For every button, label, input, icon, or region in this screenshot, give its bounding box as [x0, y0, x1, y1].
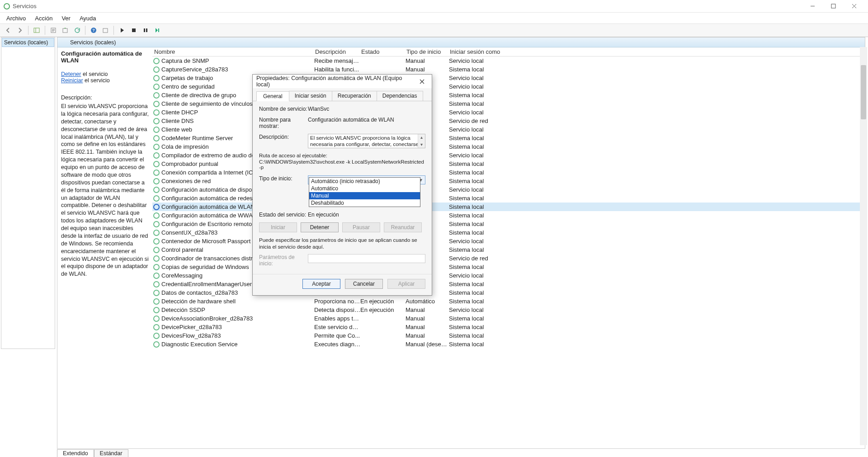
dialog-tab-general[interactable]: General: [256, 91, 289, 101]
service-icon: [153, 135, 160, 141]
cell-start: Manual: [406, 57, 449, 64]
restart-service-button[interactable]: [152, 25, 163, 36]
startup-type-dropdown[interactable]: Automático (inicio retrasado) Automático…: [309, 177, 420, 207]
details-actions: Detener el servicio Reiniciar el servici…: [61, 71, 149, 84]
toolbar-separator: [113, 26, 114, 35]
menubar: Archivo Acción Ver Ayuda: [0, 13, 868, 24]
list-scrollbar[interactable]: [860, 47, 867, 445]
svg-rect-0: [831, 4, 835, 8]
scroll-down-icon[interactable]: ▾: [418, 141, 425, 148]
svg-rect-6: [103, 28, 108, 33]
cell-desc: Recibe mensaje...: [314, 57, 360, 64]
tree-node-services-local[interactable]: Servicios (locales): [2, 38, 54, 47]
cell-logon: Servicio local: [449, 238, 517, 245]
cell-name: Diagnostic Execution Service: [161, 341, 314, 348]
dialog-titlebar[interactable]: Propiedades: Configuración automática de…: [253, 75, 432, 88]
cell-state: En ejecución: [360, 306, 406, 313]
service-row[interactable]: Detección SSDPDetecta disposit...En ejec…: [152, 306, 865, 314]
dialog-footer: Aceptar Cancelar Aplicar: [253, 274, 432, 295]
col-header-start[interactable]: Tipo de inicio: [406, 48, 450, 55]
service-icon: [153, 212, 160, 219]
cell-logon: Sistema local: [449, 221, 517, 227]
service-icon: [153, 161, 160, 167]
scrollbar-thumb[interactable]: [861, 65, 866, 119]
service-icon: [153, 58, 160, 64]
menu-ayuda[interactable]: Ayuda: [75, 14, 101, 23]
restart-link[interactable]: Reiniciar: [61, 77, 83, 84]
stop-link[interactable]: Detener: [61, 71, 81, 77]
scroll-up-icon[interactable]: ▴: [418, 134, 425, 141]
service-row[interactable]: DevicesFlow_d28a783Permite que Co...Manu…: [152, 331, 865, 340]
main-header-label: Servicios (locales): [70, 39, 116, 46]
service-icon: [153, 66, 160, 73]
col-header-desc[interactable]: Descripción: [315, 48, 361, 55]
pause-service-button[interactable]: [140, 25, 151, 36]
col-header-name[interactable]: Nombre: [152, 48, 315, 55]
service-icon: [153, 187, 160, 193]
cell-start: Manual: [406, 324, 449, 330]
cell-start: Automático: [406, 298, 449, 305]
nav-forward-button[interactable]: [14, 25, 25, 36]
properties-button[interactable]: [48, 25, 59, 36]
service-row[interactable]: Diagnostic Execution ServiceExecutes dia…: [152, 340, 865, 349]
refresh-button[interactable]: [71, 25, 82, 36]
stop-button[interactable]: Detener: [301, 222, 339, 232]
export-button[interactable]: [60, 25, 71, 36]
col-header-state[interactable]: Estado: [361, 48, 406, 55]
show-hide-tree-button[interactable]: [31, 25, 42, 36]
close-button[interactable]: [844, 0, 864, 13]
menu-ver[interactable]: Ver: [57, 14, 75, 23]
tab-standard[interactable]: Estándar: [94, 449, 128, 457]
stop-service-button[interactable]: [128, 25, 139, 36]
cell-logon: Sistema local: [449, 178, 517, 184]
start-params-input: [308, 254, 425, 263]
startup-option-manual[interactable]: Manual: [309, 192, 420, 199]
label-service-name: Nombre de servicio:: [259, 106, 308, 112]
dialog-tab-logon[interactable]: Iniciar sesión: [289, 91, 332, 101]
description-scrollbar[interactable]: ▴ ▾: [418, 134, 425, 148]
svg-text:?: ?: [92, 28, 95, 33]
cell-start: Manual: [406, 66, 449, 73]
service-icon: [153, 298, 160, 305]
service-row[interactable]: Captura de SNMPRecibe mensaje...ManualSe…: [152, 57, 865, 65]
tab-extended[interactable]: Extendido: [57, 449, 94, 457]
pause-button: Pausar: [342, 222, 380, 232]
service-row[interactable]: Detección de hardware shellProporciona n…: [152, 297, 865, 306]
startup-option-disabled[interactable]: Deshabilitado: [309, 199, 420, 207]
description-textarea[interactable]: El servicio WLANSVC proporciona la lógic…: [308, 134, 425, 148]
dialog-close-button[interactable]: [415, 76, 428, 86]
label-description: Descripción:: [259, 134, 308, 140]
service-row[interactable]: DevicePicker_d28a783Este servicio de ...…: [152, 323, 865, 331]
dialog-title: Propiedades: Configuración automática de…: [256, 75, 415, 88]
service-row[interactable]: DeviceAssociationBroker_d28a783Enables a…: [152, 314, 865, 323]
service-icon: [153, 152, 160, 159]
toolbar-separator: [28, 26, 28, 35]
dialog-tab-dependencies[interactable]: Dependencias: [377, 91, 423, 101]
col-header-logon[interactable]: Iniciar sesión como: [450, 48, 518, 55]
svg-rect-9: [146, 28, 147, 32]
start-service-button[interactable]: [117, 25, 127, 36]
cell-logon: Sistema local: [449, 203, 517, 210]
service-icon: [153, 281, 160, 287]
help-button[interactable]: ?: [88, 25, 99, 36]
cell-desc: Este servicio de ...: [314, 324, 360, 330]
value-service-state: En ejecución: [308, 212, 425, 218]
startup-option-auto[interactable]: Automático: [309, 185, 420, 192]
ok-button[interactable]: Aceptar: [302, 279, 340, 289]
cell-logon: Servicio local: [449, 152, 517, 159]
service-icon: [153, 204, 160, 210]
maximize-button[interactable]: [823, 0, 844, 13]
service-row[interactable]: CaptureService_d28a783Habilita la funci.…: [152, 65, 865, 74]
value-exe-path: C:\WINDOWS\system32\svchost.exe -k Local…: [259, 159, 425, 170]
label-start-params: Parámetros de inicio:: [259, 254, 308, 267]
nav-back-button[interactable]: [3, 25, 14, 36]
cell-logon: Sistema local: [449, 92, 517, 99]
action-button[interactable]: [100, 25, 111, 36]
dialog-tab-recovery[interactable]: Recuperación: [332, 91, 377, 101]
view-tabs: Extendido Estándar: [57, 449, 128, 457]
startup-option-delayed[interactable]: Automático (inicio retrasado): [309, 178, 420, 185]
menu-archivo[interactable]: Archivo: [2, 14, 30, 23]
menu-accion[interactable]: Acción: [30, 14, 57, 23]
minimize-button[interactable]: [802, 0, 823, 13]
cancel-button[interactable]: Cancelar: [345, 279, 383, 289]
